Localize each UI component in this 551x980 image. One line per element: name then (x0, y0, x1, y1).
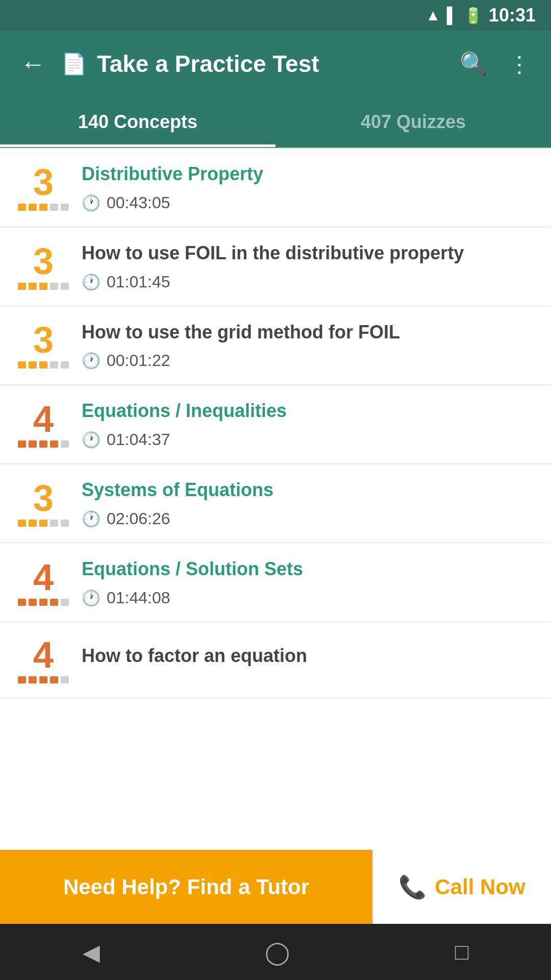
list-item[interactable]: 4How to factor an equation (0, 622, 551, 698)
item-score: 4 (15, 636, 71, 683)
score-bar (50, 440, 58, 448)
score-bar (61, 676, 69, 683)
score-bar (18, 283, 26, 290)
score-bars (18, 204, 69, 211)
score-bar (61, 440, 69, 448)
item-duration: 🕐00:43:05 (82, 193, 536, 212)
list-item[interactable]: 3Systems of Equations🕐02:06:26 (0, 464, 551, 543)
bottom-nav: ◀ ◯ □ (0, 924, 551, 980)
item-score: 3 (15, 164, 71, 211)
score-bar (39, 520, 47, 527)
duration-text: 01:44:08 (107, 589, 170, 607)
more-options-button[interactable]: ⋮ (503, 46, 536, 82)
score-bar (61, 599, 69, 606)
score-bar (61, 283, 69, 290)
content-list: 3Distributive Property🕐00:43:053How to u… (0, 148, 551, 800)
item-duration: 🕐01:01:45 (82, 273, 536, 291)
score-bar (29, 361, 37, 369)
score-bar (29, 204, 37, 211)
tabs-bar: 140 Concepts 407 Quizzes (0, 97, 551, 148)
item-title: Equations / Solution Sets (82, 557, 536, 581)
score-bar (50, 599, 58, 606)
score-number: 4 (33, 401, 54, 437)
item-duration: 🕐01:44:08 (82, 589, 536, 607)
item-score: 3 (15, 480, 71, 527)
item-score: 4 (15, 559, 71, 606)
item-title: Systems of Equations (82, 478, 536, 502)
item-duration: 🕐00:01:22 (82, 351, 536, 370)
score-bar (39, 599, 47, 606)
item-score: 3 (15, 322, 71, 369)
doc-icon: 📄 (61, 52, 87, 76)
recents-nav-button[interactable]: □ (435, 934, 489, 970)
back-button[interactable]: ← (15, 44, 51, 84)
score-bar (39, 676, 47, 683)
wifi-icon: ▲ (425, 7, 441, 24)
call-now-button[interactable]: 📞 Call Now (372, 850, 551, 924)
item-info: Systems of Equations🕐02:06:26 (71, 478, 536, 528)
list-item[interactable]: 3How to use FOIL in the distributive pro… (0, 227, 551, 306)
item-info: How to use the grid method for FOIL🕐00:0… (71, 321, 536, 371)
item-title: Distributive Property (82, 162, 536, 186)
score-bar (18, 440, 26, 448)
score-bar (39, 361, 47, 369)
score-bar (29, 440, 37, 448)
score-number: 3 (33, 480, 54, 517)
phone-icon: 📞 (398, 874, 427, 900)
item-duration: 🕐02:06:26 (82, 509, 536, 528)
item-info: Equations / Inequalities🕐01:04:37 (71, 399, 536, 449)
score-bar (29, 283, 37, 290)
back-nav-button[interactable]: ◀ (62, 934, 120, 970)
score-number: 3 (33, 164, 54, 201)
status-bar: ▲ ▌ 🔋 10:31 (0, 0, 551, 31)
list-item[interactable]: 4Equations / Inequalities🕐01:04:37 (0, 385, 551, 464)
find-tutor-button[interactable]: Need Help? Find a Tutor (0, 850, 372, 924)
duration-text: 02:06:26 (107, 509, 170, 528)
score-bar (61, 204, 69, 211)
score-bars (18, 440, 69, 448)
nav-bar: ← 📄 Take a Practice Test 🔍 ⋮ (0, 31, 551, 97)
score-bar (29, 599, 37, 606)
item-score: 3 (15, 243, 71, 290)
clock-icon: 🕐 (82, 194, 101, 212)
status-time: 10:31 (489, 5, 536, 26)
item-title: How to use FOIL in the distributive prop… (82, 241, 536, 265)
clock-icon: 🕐 (82, 273, 101, 291)
score-bar (61, 361, 69, 369)
page-title: Take a Practice Test (97, 50, 444, 78)
item-title: Equations / Inequalities (82, 399, 536, 423)
score-bar (39, 440, 47, 448)
duration-text: 01:01:45 (107, 273, 170, 291)
tab-concepts[interactable]: 140 Concepts (0, 97, 276, 147)
score-number: 3 (33, 243, 54, 280)
clock-icon: 🕐 (82, 510, 101, 528)
score-bar (39, 283, 47, 290)
status-icons: ▲ ▌ 🔋 10:31 (425, 5, 536, 26)
tab-quizzes[interactable]: 407 Quizzes (276, 97, 551, 147)
item-title: How to factor an equation (82, 644, 536, 668)
home-nav-button[interactable]: ◯ (244, 934, 310, 970)
search-button[interactable]: 🔍 (455, 45, 493, 82)
score-number: 4 (33, 636, 54, 673)
score-bars (18, 283, 69, 290)
item-info: Distributive Property🕐00:43:05 (71, 162, 536, 212)
score-bar (50, 204, 58, 211)
duration-text: 00:43:05 (107, 193, 170, 212)
list-item[interactable]: 3How to use the grid method for FOIL🕐00:… (0, 306, 551, 385)
score-bars (18, 520, 69, 527)
item-title: How to use the grid method for FOIL (82, 321, 536, 345)
score-bar (29, 676, 37, 683)
clock-icon: 🕐 (82, 589, 101, 607)
score-bars (18, 361, 69, 369)
score-bar (29, 520, 37, 527)
duration-text: 01:04:37 (107, 430, 170, 449)
score-bar (18, 676, 26, 683)
list-item[interactable]: 3Distributive Property🕐00:43:05 (0, 148, 551, 227)
score-number: 3 (33, 322, 54, 358)
score-number: 4 (33, 559, 54, 596)
score-bar (39, 204, 47, 211)
list-item[interactable]: 4Equations / Solution Sets🕐01:44:08 (0, 543, 551, 622)
battery-icon: 🔋 (464, 7, 483, 24)
score-bars (18, 676, 69, 683)
clock-icon: 🕐 (82, 431, 101, 449)
